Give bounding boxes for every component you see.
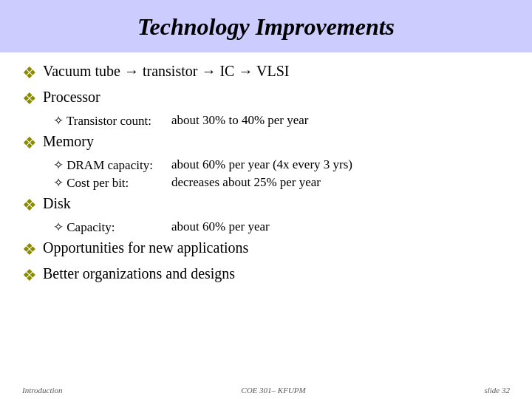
diamond-icon-processor: ❖ [22, 89, 37, 109]
bullet-group-better: ❖ Better organizations and designs [22, 265, 510, 290]
sub-bullet-capacity: ✧ Capacity: about 60% per year [53, 219, 510, 235]
bullet-group-opportunities: ❖ Opportunities for new applications [22, 239, 510, 264]
bullet-group-memory: ❖ Memory ✧ DRAM capacity: about 60% per … [22, 133, 510, 194]
bullet-better: ❖ Better organizations and designs [22, 265, 510, 285]
sub-label-transistor: ✧ Transistor count: [53, 113, 171, 129]
bullet-disk: ❖ Disk [22, 195, 510, 215]
slide-title: Technology Improvements [0, 0, 532, 52]
slide: Technology Improvements ❖ Vacuum tube → … [0, 0, 532, 399]
sub-value-capacity: about 60% per year [171, 219, 270, 234]
bullet-disk-text: Disk [43, 195, 71, 212]
sub-label-cost: ✧ Cost per bit: [53, 175, 171, 191]
sub-label-dram: ✧ DRAM capacity: [53, 157, 171, 173]
sub-bullet-dram: ✧ DRAM capacity: about 60% per year (4x … [53, 157, 510, 173]
footer-center: COE 301– KFUPM [241, 386, 305, 395]
footer-left: Introduction [22, 386, 63, 395]
bullet-processor: ❖ Processor [22, 89, 510, 109]
bullet-better-text: Better organizations and designs [43, 265, 235, 282]
bullet-group-disk: ❖ Disk ✧ Capacity: about 60% per year [22, 195, 510, 238]
bullet-opportunities-text: Opportunities for new applications [43, 239, 248, 256]
slide-content: ❖ Vacuum tube → transistor → IC → VLSI ❖… [0, 52, 532, 383]
sub-bullets-disk: ✧ Capacity: about 60% per year [53, 219, 510, 235]
bullet-processor-text: Processor [43, 89, 100, 106]
sub-value-transistor: about 30% to 40% per year [171, 113, 309, 128]
diamond-icon-memory: ❖ [22, 134, 37, 153]
bullet-vacuum-text: Vacuum tube → transistor → IC → VLSI [43, 63, 290, 80]
sub-bullet-cost: ✧ Cost per bit: decreases about 25% per … [53, 175, 510, 191]
bullet-group-vacuum: ❖ Vacuum tube → transistor → IC → VLSI [22, 63, 510, 87]
sub-value-cost: decreases about 25% per year [171, 175, 321, 190]
bullet-opportunities: ❖ Opportunities for new applications [22, 239, 510, 259]
diamond-icon-vacuum: ❖ [22, 64, 37, 83]
sub-bullets-processor: ✧ Transistor count: about 30% to 40% per… [53, 113, 510, 129]
sub-bullets-memory: ✧ DRAM capacity: about 60% per year (4x … [53, 157, 510, 191]
footer-right: slide 32 [484, 386, 510, 395]
slide-footer: Introduction COE 301– KFUPM slide 32 [0, 383, 532, 399]
sub-bullet-transistor: ✧ Transistor count: about 30% to 40% per… [53, 113, 510, 129]
diamond-icon-disk: ❖ [22, 196, 37, 215]
diamond-icon-better: ❖ [22, 266, 37, 285]
bullet-memory-text: Memory [43, 133, 94, 150]
bullet-group-processor: ❖ Processor ✧ Transistor count: about 30… [22, 89, 510, 132]
sub-label-capacity: ✧ Capacity: [53, 219, 171, 235]
diamond-icon-opportunities: ❖ [22, 240, 37, 259]
bullet-memory: ❖ Memory [22, 133, 510, 153]
bullet-vacuum: ❖ Vacuum tube → transistor → IC → VLSI [22, 63, 510, 83]
sub-value-dram: about 60% per year (4x every 3 yrs) [171, 157, 352, 172]
